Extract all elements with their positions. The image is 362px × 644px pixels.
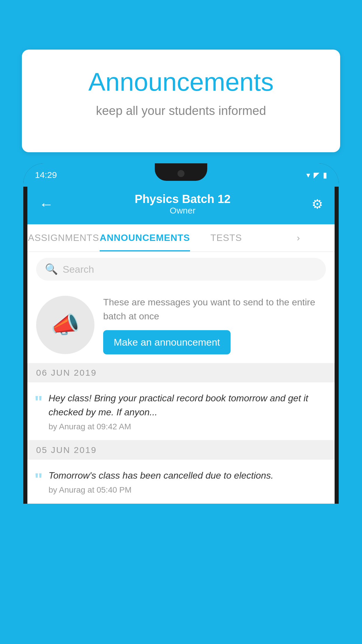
status-bar: 14:29 ▾ ◤ ▮ bbox=[23, 163, 339, 187]
announcement-prompt: 📣 These are messages you want to send to… bbox=[27, 286, 335, 363]
app-header: ← Physics Batch 12 Owner ⚙ bbox=[27, 187, 335, 224]
tab-announcements[interactable]: ANNOUNCEMENTS bbox=[100, 224, 190, 251]
announcement-meta-2: by Anurag at 05:40 PM bbox=[48, 485, 326, 495]
signal-icon: ◤ bbox=[314, 171, 319, 180]
announcement-right: These are messages you want to send to t… bbox=[103, 295, 326, 354]
quote-icon-1: " bbox=[34, 393, 43, 411]
tab-more[interactable]: › bbox=[262, 224, 335, 251]
tabs-bar: ASSIGNMENTS ANNOUNCEMENTS TESTS › bbox=[27, 224, 335, 252]
phone-screen: ← Physics Batch 12 Owner ⚙ ASSIGNMENTS A… bbox=[27, 187, 335, 504]
search-bar[interactable]: 🔍 Search bbox=[36, 258, 326, 281]
announcement-content-2: Tomorrow's class has been cancelled due … bbox=[48, 468, 326, 495]
announcement-text-2: Tomorrow's class has been cancelled due … bbox=[48, 468, 326, 482]
make-announcement-button[interactable]: Make an announcement bbox=[103, 330, 231, 354]
status-time: 14:29 bbox=[35, 170, 57, 180]
header-subtitle: Owner bbox=[135, 206, 231, 216]
speech-bubble-section: Announcements keep all your students inf… bbox=[22, 50, 340, 152]
wifi-icon: ▾ bbox=[306, 171, 310, 180]
phone-mockup: 14:29 ▾ ◤ ▮ ← Physics Batch 12 Owner ⚙ bbox=[23, 163, 339, 644]
announcement-item-2[interactable]: " Tomorrow's class has been cancelled du… bbox=[27, 460, 335, 504]
quote-icon-2: " bbox=[34, 471, 43, 488]
settings-icon[interactable]: ⚙ bbox=[312, 197, 323, 211]
announcement-description: These are messages you want to send to t… bbox=[103, 295, 326, 323]
header-title-section: Physics Batch 12 Owner bbox=[135, 192, 231, 216]
speech-bubble-card: Announcements keep all your students inf… bbox=[22, 50, 340, 152]
phone-shell: 14:29 ▾ ◤ ▮ ← Physics Batch 12 Owner ⚙ bbox=[23, 163, 339, 504]
phone-notch bbox=[155, 163, 207, 181]
announcement-meta-1: by Anurag at 09:42 AM bbox=[48, 422, 326, 431]
camera-dot bbox=[178, 170, 184, 177]
date-separator-1: 06 JUN 2019 bbox=[27, 363, 335, 382]
announcement-icon-circle: 📣 bbox=[36, 296, 94, 354]
search-placeholder: Search bbox=[63, 264, 94, 275]
status-icons: ▾ ◤ ▮ bbox=[306, 171, 327, 180]
megaphone-icon: 📣 bbox=[51, 311, 80, 339]
back-button[interactable]: ← bbox=[39, 196, 54, 213]
tab-assignments[interactable]: ASSIGNMENTS bbox=[27, 224, 100, 251]
announcement-content-1: Hey class! Bring your practical record b… bbox=[48, 391, 326, 431]
search-icon: 🔍 bbox=[45, 263, 58, 275]
announcement-text-1: Hey class! Bring your practical record b… bbox=[48, 391, 326, 419]
bubble-title: Announcements bbox=[45, 67, 317, 97]
header-title: Physics Batch 12 bbox=[135, 192, 231, 206]
battery-icon: ▮ bbox=[323, 171, 327, 180]
date-separator-2: 05 JUN 2019 bbox=[27, 440, 335, 460]
bubble-subtitle: keep all your students informed bbox=[45, 104, 317, 118]
announcement-item-1[interactable]: " Hey class! Bring your practical record… bbox=[27, 382, 335, 440]
tab-tests[interactable]: TESTS bbox=[190, 224, 262, 251]
